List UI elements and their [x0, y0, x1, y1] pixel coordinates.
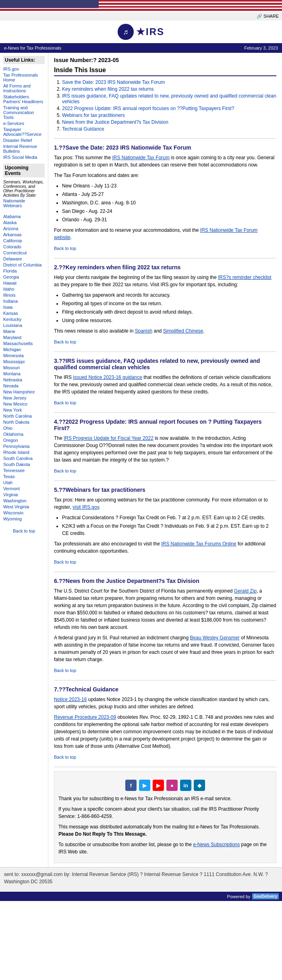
- sidebar-state-mississippi[interactable]: Mississippi: [3, 359, 45, 364]
- sidebar-state-arizona[interactable]: Arizona: [3, 226, 45, 231]
- sidebar-state-tennessee[interactable]: Tennessee: [3, 468, 45, 473]
- sidebar-state-dc[interactable]: District of Columbia: [3, 262, 45, 267]
- back-to-top-2[interactable]: Back to top: [54, 339, 76, 344]
- sidebar-state-wisconsin[interactable]: Wisconsin: [3, 510, 45, 515]
- toc-link-3[interactable]: IRS issues guidance, FAQ updates related…: [62, 93, 276, 104]
- sidebar-state-delaware[interactable]: Delaware: [3, 256, 45, 261]
- sidebar-state-north-dakota[interactable]: North Dakota: [3, 420, 45, 424]
- sidebar-state-missouri[interactable]: Missouri: [3, 365, 45, 370]
- sidebar-state-colorado[interactable]: Colorado: [3, 244, 45, 249]
- sidebar-link-nationwide-webinars[interactable]: Nationwide Webinars: [3, 198, 45, 208]
- link-spanish[interactable]: Spanish: [135, 328, 152, 334]
- toc-link-2[interactable]: Key reminders when filing 2022 tax retur…: [62, 86, 153, 92]
- sidebar-link-disaster[interactable]: Disaster Relief: [3, 138, 45, 143]
- sidebar-state-california[interactable]: California: [3, 238, 45, 243]
- sidebar-link-tax-professionals[interactable]: Tax Professionals Home: [3, 73, 45, 82]
- sidebar-state-nevada[interactable]: Nevada: [3, 383, 45, 388]
- sidebar-state-kentucky[interactable]: Kentucky: [3, 317, 45, 322]
- sidebar-link-taxpayer-advocate[interactable]: Taxpayer Advocate??Service: [3, 127, 45, 137]
- sidebar-state-iowa[interactable]: Iowa: [3, 305, 45, 310]
- sidebar-state-oregon[interactable]: Oregon: [3, 438, 45, 443]
- sidebar-state-wyoming[interactable]: Wyoming: [3, 516, 45, 521]
- back-to-top-4[interactable]: Back to top: [54, 468, 76, 473]
- toc-link-1[interactable]: Save the Date: 2023 IRS Nationwide Tax F…: [62, 79, 165, 85]
- sidebar-state-utah[interactable]: Utah: [3, 480, 45, 485]
- link-rev-proc-2023-09[interactable]: Revenue Procedure 2023-09: [54, 714, 116, 720]
- sidebar-state-texas[interactable]: Texas: [3, 474, 45, 479]
- back-to-top-1[interactable]: Back to top: [54, 246, 76, 251]
- back-to-top-7[interactable]: Back to top: [54, 755, 76, 759]
- link-enews-subscriptions[interactable]: e-News Subscriptions: [193, 842, 240, 847]
- separator-8: [54, 767, 276, 767]
- sidebar-state-new-york[interactable]: New York: [3, 408, 45, 412]
- sidebar-state-massachusetts[interactable]: Massachusetts: [3, 341, 45, 346]
- link-irs2-reminder[interactable]: IRS?s reminder checklist: [218, 275, 272, 280]
- sidebar-state-montana[interactable]: Montana: [3, 371, 45, 376]
- sidebar-link-social[interactable]: IRS Social Media: [3, 155, 45, 160]
- gov-icon[interactable]: ◆: [194, 780, 205, 791]
- sidebar-state-illinois[interactable]: Illinois: [3, 293, 45, 298]
- sidebar-state-louisiana[interactable]: Louisiana: [3, 323, 45, 328]
- sidebar-state-new-jersey[interactable]: New Jersey: [3, 395, 45, 400]
- sidebar-state-kansas[interactable]: Kansas: [3, 311, 45, 316]
- back-to-top-3[interactable]: Back to top: [54, 400, 76, 405]
- link-tax-forum-website[interactable]: IRS Nationwide Tax Forum website: [54, 227, 257, 240]
- toc-link-6[interactable]: News from the Justice Department?s Tax D…: [62, 119, 168, 125]
- link-irs-gov-webinars[interactable]: visit IRS.gov: [73, 504, 99, 510]
- link-chinese[interactable]: Simplified Chinese: [163, 328, 203, 334]
- toc-link-7[interactable]: Technical Guidance: [62, 126, 104, 132]
- sidebar-state-maryland[interactable]: Maryland: [3, 335, 45, 340]
- link-notice-2023-16[interactable]: issued Notice 2023-16 guidance: [73, 375, 142, 380]
- link-beau-gensmer[interactable]: Beau Wesley Gensmer: [190, 635, 240, 641]
- linkedin-icon[interactable]: in: [180, 780, 191, 791]
- facebook-icon[interactable]: f: [125, 780, 137, 791]
- youtube-icon[interactable]: ▶: [139, 780, 150, 791]
- link-irs-progress-update[interactable]: IRS Progress Update for Fiscal Year 2022: [64, 435, 153, 441]
- toc-link-5[interactable]: Webinars for tax practitioners: [62, 112, 125, 118]
- link-nationwide-tax-forum[interactable]: IRS Nationwide Tax Forum: [112, 155, 170, 160]
- sidebar-link-eservices[interactable]: e-Services: [3, 121, 45, 126]
- sidebar-state-virginia[interactable]: Virginia: [3, 492, 45, 497]
- sidebar-state-oklahoma[interactable]: Oklahoma: [3, 432, 45, 437]
- sidebar-link-stakeholders[interactable]: Stakeholders Partners' Headliners: [3, 94, 45, 104]
- sidebar-state-alabama[interactable]: Alabama: [3, 214, 45, 219]
- sidebar-state-maine[interactable]: Maine: [3, 329, 45, 334]
- sidebar-link-irb[interactable]: Internal Revenue Bulletins: [3, 144, 45, 154]
- link-gerald-zip[interactable]: Gerald Zip: [234, 588, 257, 594]
- sidebar-state-north-carolina[interactable]: North Carolina: [3, 414, 45, 418]
- link-notice-2023-16-tech[interactable]: Notice 2023-16: [54, 697, 87, 702]
- toc-link-4[interactable]: 2022 Progress Update: IRS annual report …: [62, 106, 234, 111]
- sidebar-state-west-virginia[interactable]: West Virginia: [3, 504, 45, 509]
- sidebar-state-idaho[interactable]: Idaho: [3, 287, 45, 291]
- separator-6: [54, 572, 276, 572]
- sidebar-state-pennsylvania[interactable]: Pennsylvania: [3, 444, 45, 449]
- instagram-icon[interactable]: ●: [166, 780, 178, 791]
- sidebar-link-forms[interactable]: All Forms and Instructions: [3, 83, 45, 93]
- sidebar-state-hawaii[interactable]: Hawaii: [3, 281, 45, 285]
- sidebar-state-new-hampshire[interactable]: New Hampshire: [3, 389, 45, 394]
- sidebar-link-training[interactable]: Training and Communication Tools: [3, 105, 45, 120]
- sidebar-link-irs-gov[interactable]: IRS.gov: [3, 67, 45, 71]
- sidebar-state-michigan[interactable]: Michigan: [3, 347, 45, 352]
- sidebar-state-indiana[interactable]: Indiana: [3, 299, 45, 304]
- sidebar-state-connecticut[interactable]: Connecticut: [3, 250, 45, 255]
- sidebar-state-new-mexico[interactable]: New Mexico: [3, 402, 45, 406]
- sidebar-state-arkansas[interactable]: Arkansas: [3, 232, 45, 237]
- sidebar-state-alaska[interactable]: Alaska: [3, 220, 45, 225]
- sidebar-state-rhode-island[interactable]: Rhode Island: [3, 450, 45, 455]
- link-tax-forums-online[interactable]: IRS Nationwide Tax Forums Online: [161, 541, 236, 547]
- sidebar-state-ohio[interactable]: Ohio: [3, 426, 45, 431]
- sidebar-state-nebraska[interactable]: Nebraska: [3, 377, 45, 382]
- sidebar-state-south-dakota[interactable]: South Dakota: [3, 462, 45, 467]
- sidebar-state-georgia[interactable]: Georgia: [3, 275, 45, 279]
- location-san-diego: San Diego - Aug. 22-24: [62, 208, 276, 215]
- sidebar-back-to-top-link[interactable]: Back to top: [5, 528, 43, 533]
- sidebar-state-florida[interactable]: Florida: [3, 268, 45, 273]
- video-icon[interactable]: ▶: [153, 780, 164, 791]
- sidebar-state-south-carolina[interactable]: South Carolina: [3, 456, 45, 461]
- sidebar-state-vermont[interactable]: Vermont: [3, 486, 45, 491]
- sidebar-state-washington[interactable]: Washington: [3, 498, 45, 503]
- sidebar-state-minnesota[interactable]: Minnesota: [3, 353, 45, 358]
- back-to-top-6[interactable]: Back to top: [54, 668, 76, 673]
- back-to-top-5[interactable]: Back to top: [54, 560, 76, 564]
